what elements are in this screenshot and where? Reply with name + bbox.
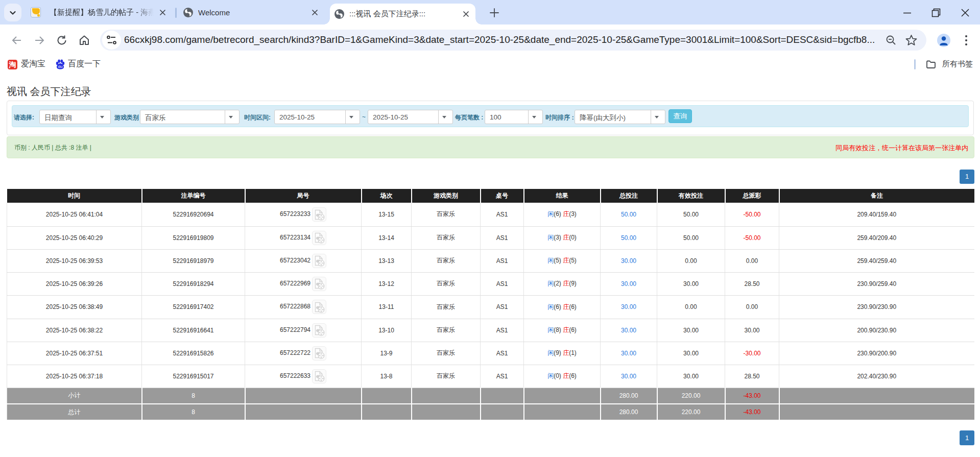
svg-text:du: du <box>58 64 63 69</box>
